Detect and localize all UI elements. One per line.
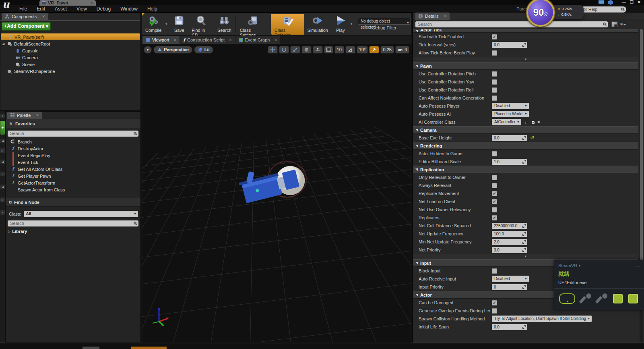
components-tab-close-icon[interactable]: ✕: [42, 15, 45, 19]
checkbox[interactable]: [492, 79, 497, 85]
chevron-down-icon[interactable]: ▾: [579, 264, 580, 268]
debug-object-dropdown[interactable]: No debug object selected: [358, 18, 411, 25]
section-collapse-icon[interactable]: [415, 294, 418, 296]
tab-close-icon[interactable]: ✕: [229, 38, 232, 42]
collapsed-graphs-icon[interactable]: ◢: [0, 139, 5, 143]
drag-handle-icon[interactable]: [522, 136, 526, 140]
collapsed-add-button[interactable]: +: [0, 121, 5, 135]
menu-asset[interactable]: Asset: [50, 5, 72, 12]
drag-handle-icon[interactable]: [522, 285, 526, 289]
asset-tab[interactable]: VR_Pawn ✕: [39, 0, 96, 6]
expand-arrow-icon[interactable]: ◢: [2, 42, 5, 46]
section-collapse-icon[interactable]: [415, 129, 418, 131]
section-collapse-icon[interactable]: [415, 30, 418, 32]
viewport-options-dropdown[interactable]: ▾: [144, 46, 152, 54]
clear-icon[interactable]: ×: [537, 119, 540, 125]
palette-item-event-tick[interactable]: Event Tick: [6, 159, 140, 166]
details-search-input[interactable]: Search: [415, 21, 608, 27]
section-header-rendering[interactable]: Rendering: [413, 142, 638, 150]
camera-actor-preview[interactable]: [234, 157, 318, 210]
component-row-vr-pawn-self-[interactable]: VR_Pawn(self): [1, 33, 140, 40]
menu-edit[interactable]: Edit: [32, 5, 50, 12]
drag-handle-icon[interactable]: [522, 43, 526, 47]
menu-debug[interactable]: Debug: [92, 5, 116, 12]
browse-icon[interactable]: [532, 121, 535, 124]
number-field[interactable]: 1.0: [492, 159, 527, 165]
palette-item-branch[interactable]: Branch: [6, 138, 140, 145]
details-tab-close-icon[interactable]: ✕: [444, 14, 447, 18]
camera-speed-button[interactable]: 4: [395, 46, 409, 54]
scale-tool-button[interactable]: [290, 46, 300, 54]
dropdown-arrow-icon[interactable]: ▾: [165, 22, 167, 26]
basestation-icon[interactable]: [628, 294, 638, 303]
drag-handle-icon[interactable]: [522, 248, 526, 252]
number-field[interactable]: 3.0: [492, 247, 527, 253]
section-header-actor-tick[interactable]: Actor Tick: [413, 29, 638, 33]
number-field[interactable]: 225000000.0: [492, 223, 527, 229]
chevron-right-icon[interactable]: ▷: [8, 230, 10, 233]
toolbar-class-defaults-button[interactable]: Class Defaults: [271, 14, 304, 35]
palette-item-spawn-actor-from-class[interactable]: Spawn Actor from Class: [6, 186, 140, 193]
dropdown[interactable]: Disabled: [492, 103, 529, 109]
checkbox[interactable]: [492, 183, 497, 188]
number-field[interactable]: 0: [492, 284, 527, 290]
tab-close-icon[interactable]: ✕: [174, 38, 177, 42]
dropdown[interactable]: Disabled: [492, 276, 529, 282]
toolbar-search-button[interactable]: Search: [214, 14, 235, 35]
collapsed-functions-icon[interactable]: ▷: [0, 148, 5, 153]
tab-event-graph[interactable]: Event Graph✕: [235, 36, 280, 44]
scrollbar-thumb[interactable]: [640, 29, 643, 271]
find-a-node-header[interactable]: Find a Node: [6, 198, 140, 207]
marketplace-icon[interactable]: [608, 0, 613, 5]
scale-snap-button[interactable]: [369, 46, 379, 54]
surface-snap-button[interactable]: [313, 46, 323, 54]
section-header-pawn[interactable]: Pawn: [413, 62, 638, 70]
scale-snap-value-button[interactable]: 0.25: [380, 46, 394, 54]
component-row-defaultsceneroot[interactable]: ◢DefaultSceneRoot: [0, 40, 140, 47]
maximize-button[interactable]: ❐: [630, 0, 634, 4]
section-collapse-icon[interactable]: [415, 65, 418, 67]
component-row-camera[interactable]: Camera: [0, 54, 140, 61]
camera-mode-button[interactable]: Perspective: [153, 46, 192, 54]
checkbox[interactable]: [492, 308, 497, 314]
grid-snap-value-button[interactable]: 10: [334, 46, 344, 54]
number-field[interactable]: 0.0: [492, 324, 527, 330]
controller-icon[interactable]: [581, 293, 591, 304]
palette-item-get-player-pawn[interactable]: fGet Player Pawn: [6, 172, 140, 179]
section-header-camera[interactable]: Camera: [413, 126, 638, 134]
collapsed-item-icon[interactable]: ▪: [0, 210, 5, 215]
checkbox[interactable]: [492, 151, 497, 156]
menu-view[interactable]: View: [72, 5, 92, 12]
find-node-search-input[interactable]: Search: [8, 220, 138, 226]
world-space-button[interactable]: [301, 46, 312, 54]
rotation-snap-button[interactable]: [345, 46, 355, 54]
menu-file[interactable]: File: [14, 5, 32, 12]
viewport-3d[interactable]: ▾ Perspective Lit 10 10° 0.25: [142, 44, 411, 343]
toolbar-class-settings-button[interactable]: Class Settings: [237, 14, 269, 35]
checkbox[interactable]: [492, 87, 497, 93]
checkbox[interactable]: ✔: [492, 300, 497, 305]
collapsed-variables-icon[interactable]: ▪: [0, 172, 5, 176]
section-collapse-icon[interactable]: [415, 262, 418, 264]
checkbox[interactable]: [492, 175, 497, 180]
drag-handle-icon[interactable]: [522, 160, 526, 164]
close-button[interactable]: ✕: [638, 0, 641, 4]
dropdown[interactable]: Placed in World: [492, 111, 529, 117]
checkbox[interactable]: [492, 268, 497, 274]
controller-icon[interactable]: [597, 293, 607, 304]
property-matrix-button[interactable]: [610, 21, 618, 28]
class-dropdown[interactable]: AIController: [492, 119, 521, 125]
drag-handle-icon[interactable]: [522, 240, 526, 244]
grid-snap-button[interactable]: [324, 46, 333, 54]
component-row-capsule[interactable]: Capsule: [0, 47, 140, 54]
drag-handle-icon[interactable]: [522, 224, 526, 228]
collapsed-tab-icon[interactable]: i: [0, 114, 5, 118]
my-blueprint-collapsed-strip[interactable]: i + ◢ ▷ ◢ ▪ ◢ ▷ ▪: [0, 111, 5, 343]
section-header-replication[interactable]: Replication: [413, 166, 638, 173]
checkbox[interactable]: [492, 207, 497, 212]
rotate-tool-button[interactable]: [279, 46, 289, 54]
headset-icon[interactable]: [559, 293, 575, 304]
dropdown-arrow-icon[interactable]: ▾: [351, 22, 352, 26]
palette-item-get-all-actors-of-class[interactable]: fGet All Actors Of Class: [6, 166, 140, 172]
toolbar-simulation-button[interactable]: Simulation: [304, 14, 331, 35]
